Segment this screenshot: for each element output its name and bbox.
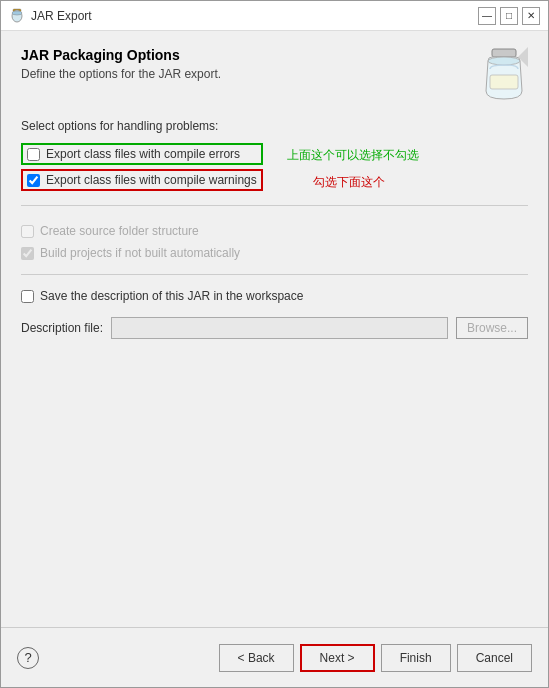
- save-description-checkbox[interactable]: [21, 290, 34, 303]
- title-bar: JAR Export — □ ✕: [1, 1, 548, 31]
- close-button[interactable]: ✕: [522, 7, 540, 25]
- header-text: JAR Packaging Options Define the options…: [21, 47, 470, 81]
- errors-row: Export class files with compile errors: [21, 143, 263, 165]
- divider-2: [21, 274, 528, 275]
- description-file-row: Description file: Browse...: [21, 317, 528, 339]
- back-button[interactable]: < Back: [219, 644, 294, 672]
- description-file-input[interactable]: [111, 317, 448, 339]
- page-description: Define the options for the JAR export.: [21, 67, 470, 81]
- divider-1: [21, 205, 528, 206]
- help-button[interactable]: ?: [17, 647, 39, 669]
- page-title: JAR Packaging Options: [21, 47, 470, 63]
- build-projects-checkbox[interactable]: [21, 247, 34, 260]
- create-source-checkbox[interactable]: [21, 225, 34, 238]
- jar-illustration: [480, 47, 528, 103]
- content-spacer: [21, 349, 528, 611]
- warnings-label[interactable]: Export class files with compile warnings: [46, 173, 257, 187]
- svg-rect-5: [490, 75, 518, 89]
- save-description-row: Save the description of this JAR in the …: [21, 289, 528, 303]
- warnings-checkbox[interactable]: [27, 174, 40, 187]
- options-section: Create source folder structure Build pro…: [21, 224, 528, 260]
- create-source-label: Create source folder structure: [40, 224, 199, 238]
- description-file-label: Description file:: [21, 321, 103, 335]
- bottom-buttons: < Back Next > Finish Cancel: [219, 644, 532, 672]
- save-description-label[interactable]: Save the description of this JAR in the …: [40, 289, 303, 303]
- content-area: JAR Packaging Options Define the options…: [1, 31, 548, 627]
- svg-point-2: [12, 11, 22, 15]
- next-button[interactable]: Next >: [300, 644, 375, 672]
- warnings-row: Export class files with compile warnings: [21, 169, 263, 191]
- jar-icon: [9, 8, 25, 24]
- title-bar-controls: — □ ✕: [478, 7, 540, 25]
- minimize-button[interactable]: —: [478, 7, 496, 25]
- jar-export-window: JAR Export — □ ✕ JAR Packaging Options D…: [0, 0, 549, 688]
- warnings-annotation: 勾选下面这个: [313, 174, 419, 191]
- build-projects-label: Build projects if not built automaticall…: [40, 246, 240, 260]
- browse-button[interactable]: Browse...: [456, 317, 528, 339]
- finish-button[interactable]: Finish: [381, 644, 451, 672]
- create-source-row: Create source folder structure: [21, 224, 528, 238]
- errors-label[interactable]: Export class files with compile errors: [46, 147, 240, 161]
- build-projects-row: Build projects if not built automaticall…: [21, 246, 528, 260]
- errors-annotation: 上面这个可以选择不勾选: [287, 147, 419, 164]
- svg-point-4: [488, 57, 520, 65]
- maximize-button[interactable]: □: [500, 7, 518, 25]
- problems-section-label: Select options for handling problems:: [21, 119, 528, 133]
- svg-rect-3: [492, 49, 516, 57]
- errors-checkbox[interactable]: [27, 148, 40, 161]
- window-title: JAR Export: [31, 9, 478, 23]
- cancel-button[interactable]: Cancel: [457, 644, 532, 672]
- header-section: JAR Packaging Options Define the options…: [21, 47, 528, 103]
- bottom-bar: ? < Back Next > Finish Cancel: [1, 627, 548, 687]
- bottom-left: ?: [17, 647, 39, 669]
